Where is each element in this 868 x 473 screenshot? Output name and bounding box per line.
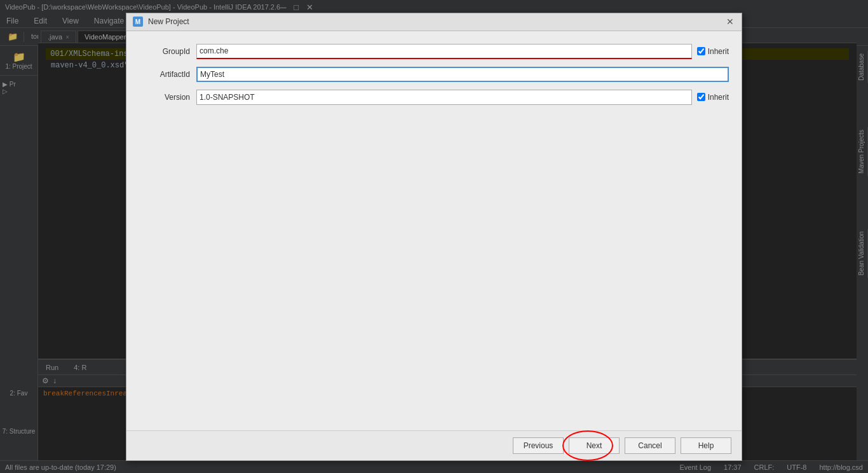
cancel-button[interactable]: Cancel bbox=[625, 437, 675, 454]
groupid-inherit[interactable]: Inherit bbox=[697, 47, 729, 56]
groupid-inherit-label: Inherit bbox=[708, 47, 729, 56]
dialog-empty-area bbox=[139, 113, 729, 418]
artifactid-input-wrap bbox=[196, 67, 729, 82]
dialog-titlebar: M New Project ✕ bbox=[126, 13, 742, 31]
version-inherit[interactable]: Inherit bbox=[697, 93, 729, 102]
previous-button[interactable]: Previous bbox=[513, 437, 564, 454]
version-input-wrap: Inherit bbox=[196, 90, 729, 105]
dialog-close-button[interactable]: ✕ bbox=[725, 17, 735, 27]
dialog-body: GroupId Inherit ArtifactId bbox=[126, 31, 742, 430]
version-input[interactable] bbox=[196, 90, 692, 105]
groupid-inherit-checkbox[interactable] bbox=[697, 47, 705, 55]
help-button[interactable]: Help bbox=[681, 437, 731, 454]
dialog-icon: M bbox=[133, 17, 143, 27]
next-button-container: Next bbox=[569, 437, 620, 454]
groupid-input-wrap: Inherit bbox=[196, 44, 729, 59]
artifactid-row: ArtifactId bbox=[139, 67, 729, 82]
version-inherit-checkbox[interactable] bbox=[697, 93, 705, 101]
groupid-input[interactable] bbox=[196, 44, 692, 59]
artifactid-input[interactable] bbox=[196, 67, 729, 82]
dialog-footer: Previous Next Cancel Help bbox=[126, 430, 742, 460]
version-inherit-label: Inherit bbox=[708, 93, 729, 102]
new-project-dialog: M New Project ✕ GroupId Inherit bbox=[126, 13, 742, 461]
next-button[interactable]: Next bbox=[569, 437, 620, 454]
artifactid-label: ArtifactId bbox=[139, 70, 196, 79]
dialog-overlay: M New Project ✕ GroupId Inherit bbox=[0, 0, 868, 473]
groupid-row: GroupId Inherit bbox=[139, 44, 729, 59]
version-row: Version Inherit bbox=[139, 90, 729, 105]
dialog-title: New Project bbox=[148, 17, 720, 26]
version-label: Version bbox=[139, 93, 196, 102]
groupid-label: GroupId bbox=[139, 47, 196, 56]
